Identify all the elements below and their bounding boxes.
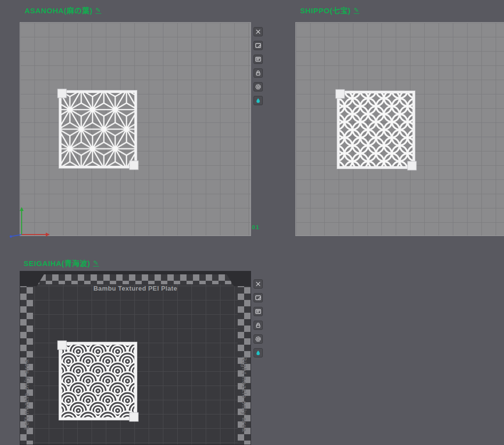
plate-title-text: SEIGAIHA(青海波) xyxy=(24,258,90,268)
lock-plate-icon[interactable] xyxy=(253,321,263,330)
plate-top-edge xyxy=(20,271,251,274)
tile-corner-tab xyxy=(58,341,66,350)
plate-1-toolbar xyxy=(253,27,263,105)
edit-plate-icon[interactable] xyxy=(253,41,263,50)
slicer-workspace: ASANOHA(麻の葉) ✎ xyxy=(0,0,504,445)
axis-indicator xyxy=(5,207,52,239)
settings-plate-icon[interactable] xyxy=(253,334,263,344)
seigaiha-model[interactable] xyxy=(59,342,137,420)
plate-title-shippo: SHIPPO(七宝) ✎ xyxy=(300,5,359,15)
edit-plate-icon[interactable] xyxy=(253,293,263,302)
rename-plate-icon[interactable] xyxy=(253,307,263,316)
plate-title-asanoha: ASANOHA(麻の葉) ✎ xyxy=(25,5,101,15)
build-plate-2[interactable] xyxy=(295,22,504,236)
plate-number-badge: 01 xyxy=(252,224,260,230)
tile-corner-tab xyxy=(408,161,416,170)
rename-plate-icon[interactable] xyxy=(253,55,263,64)
delete-plate-icon[interactable] xyxy=(253,27,263,36)
build-plate-3[interactable]: Bambu Textured PEI Plate Left nozzle onl… xyxy=(20,271,251,445)
plate-top-margin xyxy=(20,274,251,284)
edit-title-icon[interactable]: ✎ xyxy=(354,7,360,14)
left-nozzle-area-label: Left nozzle only area xyxy=(21,340,32,445)
edit-title-icon[interactable]: ✎ xyxy=(93,260,99,267)
plate-title-seigaiha: SEIGAIHA(青海波) ✎ xyxy=(24,258,99,268)
edit-title-icon[interactable]: ✎ xyxy=(95,7,101,14)
plate-title-text: SHIPPO(七宝) xyxy=(300,5,351,15)
plate-title-text: ASANOHA(麻の葉) xyxy=(25,5,93,15)
plate-3-toolbar xyxy=(253,279,263,357)
tile-corner-tab xyxy=(129,413,138,421)
asanoha-model[interactable] xyxy=(59,90,137,169)
settings-plate-icon[interactable] xyxy=(253,82,263,91)
build-plate-1[interactable] xyxy=(20,22,251,236)
right-nozzle-area-label: Right nozzle only area xyxy=(238,340,250,445)
paint-plate-icon[interactable] xyxy=(253,348,263,357)
paint-plate-icon[interactable] xyxy=(253,96,263,105)
tile-corner-tab xyxy=(58,89,66,98)
tile-corner-tab xyxy=(336,89,345,98)
delete-plate-icon[interactable] xyxy=(253,279,263,289)
lock-plate-icon[interactable] xyxy=(253,68,263,78)
shippo-model[interactable] xyxy=(337,90,415,169)
tile-corner-tab xyxy=(129,161,138,170)
plate-type-label: Bambu Textured PEI Plate xyxy=(20,285,251,292)
